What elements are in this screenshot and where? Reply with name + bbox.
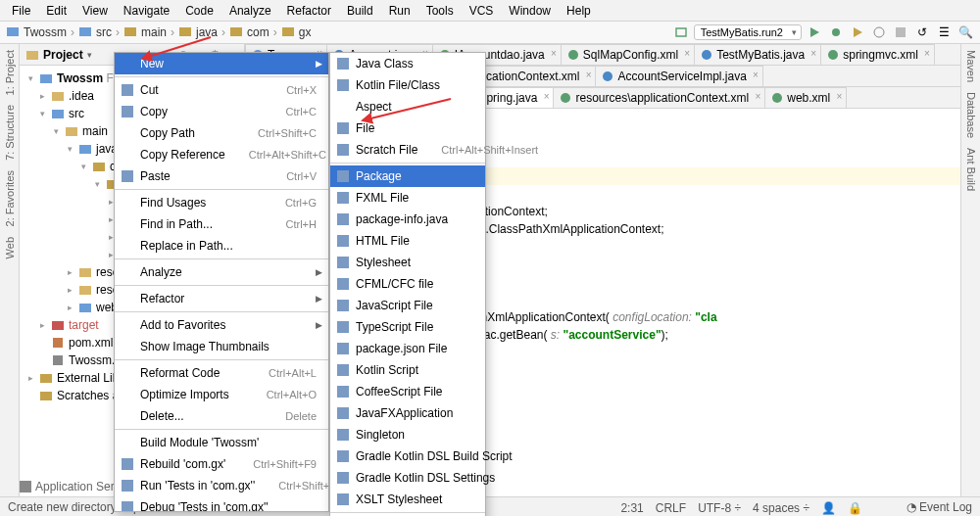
close-icon[interactable]: × xyxy=(810,48,816,59)
menu-item-show-image-thumbnails[interactable]: Show Image Thumbnails xyxy=(115,336,328,357)
tree-root[interactable]: Twossm xyxy=(57,71,103,85)
close-icon[interactable]: × xyxy=(684,48,690,59)
menu-item-javafxapplication[interactable]: JavaFXApplication xyxy=(330,402,485,424)
menu-item-copy-path[interactable]: Copy PathCtrl+Shift+C xyxy=(115,122,328,144)
menu-item-scratch-file[interactable]: Scratch FileCtrl+Alt+Shift+Insert xyxy=(330,139,485,161)
menu-vcs[interactable]: VCS xyxy=(462,2,502,20)
menu-item-file[interactable]: File xyxy=(330,117,485,139)
profile-icon[interactable] xyxy=(870,23,888,41)
menu-view[interactable]: View xyxy=(74,2,116,20)
menu-item-copy[interactable]: CopyCtrl+C xyxy=(115,101,328,122)
menu-item-optimize-imports[interactable]: Optimize ImportsCtrl+Alt+O xyxy=(115,384,328,405)
caret-position[interactable]: 2:31 xyxy=(620,501,643,515)
close-icon[interactable]: × xyxy=(586,70,592,80)
menu-build[interactable]: Build xyxy=(339,2,381,20)
breadcrumb-main[interactable]: main xyxy=(141,25,167,39)
menu-item-gradle-kotlin-dsl-settings[interactable]: Gradle Kotlin DSL Settings xyxy=(330,467,485,489)
build-icon[interactable] xyxy=(672,23,690,41)
tree-target[interactable]: target xyxy=(69,318,99,332)
menu-item-package-json-file[interactable]: package.json File xyxy=(330,338,485,359)
menu-item-kotlin-script[interactable]: Kotlin Script xyxy=(330,359,485,381)
favorites-tool-button[interactable]: 2: Favorites xyxy=(4,170,16,226)
menu-edit[interactable]: Edit xyxy=(38,2,74,20)
menu-item-analyze[interactable]: Analyze▶ xyxy=(115,261,328,283)
menu-item-find-usages[interactable]: Find UsagesCtrl+G xyxy=(115,192,328,213)
menu-item-stylesheet[interactable]: Stylesheet xyxy=(330,252,485,273)
menu-refactor[interactable]: Refactor xyxy=(279,2,339,20)
menu-run[interactable]: Run xyxy=(381,2,418,20)
menu-navigate[interactable]: Navigate xyxy=(116,2,177,20)
tree-pom[interactable]: pom.xml xyxy=(69,336,113,350)
structure-icon[interactable]: ☰ xyxy=(935,23,953,41)
close-icon[interactable]: × xyxy=(551,48,557,59)
close-icon[interactable]: × xyxy=(755,91,760,102)
menu-item-singleton[interactable]: Singleton xyxy=(330,424,485,446)
tab-accountserviceimpl-java[interactable]: AccountServiceImpl.java× xyxy=(595,66,762,86)
menu-item-fxml-file[interactable]: FXML File xyxy=(330,187,485,209)
breadcrumb-java[interactable]: java xyxy=(196,25,218,39)
database-tool-button[interactable]: Database xyxy=(965,92,977,138)
menu-item-run-tests-in-com-gx-[interactable]: Run 'Tests in 'com.gx''Ctrl+Shift+F10 xyxy=(115,475,328,496)
menu-item-replace-in-path-[interactable]: Replace in Path... xyxy=(115,235,328,257)
menu-item-gradle-kotlin-dsl-build-script[interactable]: Gradle Kotlin DSL Build Script xyxy=(330,446,485,467)
tab-web-xml[interactable]: web.xml× xyxy=(764,87,847,108)
run-icon[interactable] xyxy=(806,23,823,41)
menu-item-paste[interactable]: PasteCtrl+V xyxy=(115,165,328,187)
tree-idea[interactable]: .idea xyxy=(69,89,94,103)
menu-item-reformat-code[interactable]: Reformat CodeCtrl+Alt+L xyxy=(115,362,328,384)
line-sep[interactable]: CRLF xyxy=(656,501,686,515)
menu-item-aspect[interactable]: Aspect xyxy=(330,96,485,117)
menu-item-debug-tests-in-com-gx-[interactable]: Debug 'Tests in 'com.gx'' xyxy=(115,496,328,512)
run-config-select[interactable]: TestMyBatis.run2 xyxy=(694,24,802,40)
tab-resources-applicationcontext-xml[interactable]: resources\applicationContext.xml× xyxy=(553,87,765,108)
menu-item-java-class[interactable]: Java Class xyxy=(330,53,485,74)
menu-code[interactable]: Code xyxy=(177,2,221,20)
breadcrumb-com[interactable]: com xyxy=(247,25,270,39)
coverage-icon[interactable] xyxy=(849,23,866,41)
close-icon[interactable]: × xyxy=(924,48,930,59)
menu-item-package[interactable]: Package xyxy=(330,165,485,187)
menu-file[interactable]: File xyxy=(4,2,38,20)
close-icon[interactable]: × xyxy=(544,91,550,102)
tab-sqlmapconfig-xml[interactable]: SqlMapConfig.xml× xyxy=(561,44,695,65)
debug-icon[interactable] xyxy=(827,23,845,41)
menu-item-refactor[interactable]: Refactor▶ xyxy=(115,288,328,309)
menu-item-package-info-java[interactable]: package-info.java xyxy=(330,209,485,230)
menu-analyze[interactable]: Analyze xyxy=(221,2,279,20)
tab-springmvc-xml[interactable]: springmvc.xml× xyxy=(820,44,935,65)
maven-tool-button[interactable]: Maven xyxy=(965,50,977,82)
tab-testmybatis-java[interactable]: TestMyBatis.java× xyxy=(694,44,821,65)
breadcrumb-gx[interactable]: gx xyxy=(299,25,312,39)
ant-tool-button[interactable]: Ant Build xyxy=(965,148,977,191)
project-tool-button[interactable]: 1: Project xyxy=(4,50,16,95)
menu-item-typescript-file[interactable]: TypeScript File xyxy=(330,316,485,338)
event-log-button[interactable]: ◔ Event Log xyxy=(906,500,972,514)
lock-icon[interactable]: 🔒 xyxy=(848,501,862,515)
menu-item-javascript-file[interactable]: JavaScript File xyxy=(330,295,485,316)
menu-item-build-module-twossm-[interactable]: Build Module 'Twossm' xyxy=(115,432,328,453)
menu-item-find-in-path-[interactable]: Find in Path...Ctrl+H xyxy=(115,213,328,235)
breadcrumb-src[interactable]: src xyxy=(96,25,112,39)
menu-item-html-file[interactable]: HTML File xyxy=(330,230,485,252)
menu-item-xslt-stylesheet[interactable]: XSLT Stylesheet xyxy=(330,489,485,510)
close-icon[interactable]: × xyxy=(753,70,759,80)
stop-icon[interactable] xyxy=(892,23,909,41)
tree-src[interactable]: src xyxy=(69,107,84,120)
structure-tool-button[interactable]: 7: Structure xyxy=(4,105,16,161)
encoding[interactable]: UTF-8 ÷ xyxy=(698,501,741,515)
menu-item-cut[interactable]: CutCtrl+X xyxy=(115,79,328,101)
menu-item-rebuild-com-gx-[interactable]: Rebuild 'com.gx'Ctrl+Shift+F9 xyxy=(115,453,328,475)
tree-main[interactable]: main xyxy=(82,124,108,138)
vcs-icon[interactable]: ↺ xyxy=(913,23,931,41)
menu-item-new[interactable]: New▶ xyxy=(115,53,328,74)
indent[interactable]: 4 spaces ÷ xyxy=(753,501,809,515)
menu-item-kotlin-file-class[interactable]: Kotlin File/Class xyxy=(330,74,485,96)
close-icon[interactable]: × xyxy=(836,91,842,102)
web-tool-button[interactable]: Web xyxy=(4,237,16,258)
menu-item-delete-[interactable]: Delete...Delete xyxy=(115,405,328,427)
menu-item-cfml-cfc-file[interactable]: CFML/CFC file xyxy=(330,273,485,295)
chevron-down-icon[interactable]: ▾ xyxy=(87,50,92,60)
menu-window[interactable]: Window xyxy=(501,2,559,20)
breadcrumb[interactable]: Twossm›src›main›java›com›gx xyxy=(6,24,668,41)
menu-item-add-to-favorites[interactable]: Add to Favorites▶ xyxy=(115,314,328,336)
